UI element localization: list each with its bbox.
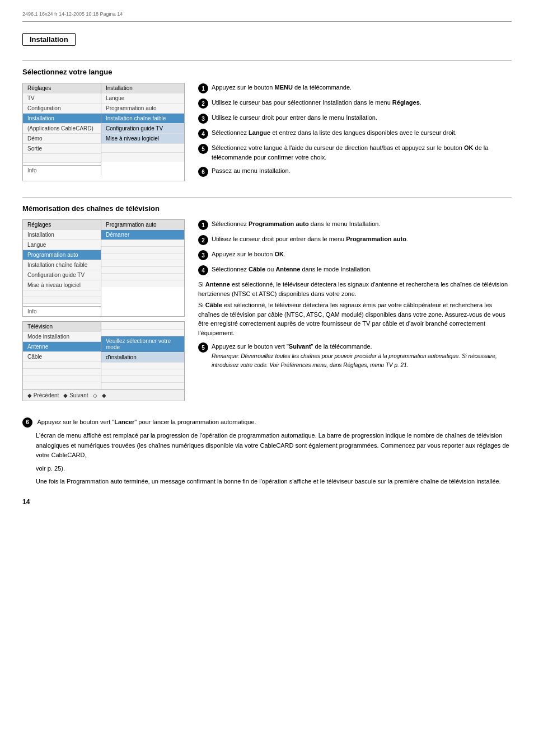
menu-spacer bbox=[23, 369, 101, 375]
menu-spacer bbox=[101, 322, 184, 330]
menu-item: Mise à niveau logiciel bbox=[23, 280, 101, 290]
menu-sub-item-highlight: Installation chaîne faible bbox=[101, 114, 184, 124]
header-line: 2496.1 16x24 fr 14-12-2005 10:18 Pagina … bbox=[22, 11, 512, 22]
step-num: 4 bbox=[198, 265, 208, 275]
step-item: 3 Appuyez sur le bouton OK. bbox=[198, 250, 512, 260]
step-text: Sélectionnez Langue et entrez dans la li… bbox=[212, 128, 512, 138]
menu-panel-1: Réglages TV Configuration Installation (… bbox=[22, 83, 185, 181]
step-item: 2 Utilisez le curseur bas pour sélection… bbox=[198, 98, 512, 109]
menu-item-antenne: Antenne bbox=[23, 342, 101, 352]
menu-sub-header: Installation bbox=[101, 83, 184, 93]
step-num: 1 bbox=[198, 220, 208, 230]
menu-item: Câble bbox=[23, 352, 101, 362]
step-num: 2 bbox=[198, 98, 208, 109]
menu-item-prog-auto: Programmation auto bbox=[23, 250, 101, 260]
step-num: 3 bbox=[198, 250, 208, 260]
menu-spacer bbox=[101, 260, 184, 267]
menu-spacer bbox=[23, 362, 101, 369]
section-title: Installation bbox=[22, 33, 76, 46]
para2: voir p. 25). bbox=[36, 464, 512, 474]
menu-item-installation: Installation bbox=[23, 114, 101, 124]
menu-spacer bbox=[23, 375, 101, 382]
menu-info: Info bbox=[23, 165, 101, 175]
menu-spacer bbox=[101, 240, 184, 247]
menu-spacer bbox=[101, 274, 184, 280]
step-text: Appuyez sur le bouton MENU de la télécom… bbox=[212, 83, 512, 92]
menu-sub-item-gray: Configuration guide TV bbox=[101, 124, 184, 134]
menu-spacer bbox=[101, 247, 184, 253]
menu-with-submenu-2b: Télévision Mode installation Antenne Câb… bbox=[23, 322, 184, 389]
step-item: 5 Sélectionnez votre langue à l'aide du … bbox=[198, 143, 512, 162]
step-text: Sélectionnez Câble ou Antenne dans le mo… bbox=[212, 265, 512, 274]
menu-item: (Applications CableCARD) bbox=[23, 124, 101, 134]
menu-sub-item-installation: d'installation bbox=[101, 353, 184, 363]
menu-left-2b: Télévision Mode installation Antenne Câb… bbox=[23, 322, 101, 389]
step-num: 5 bbox=[198, 144, 208, 154]
step-item: 1 Appuyez sur le bouton MENU de la téléc… bbox=[198, 83, 512, 93]
step-text: Utilisez le curseur droit pour entrer da… bbox=[212, 113, 512, 123]
menu-spacer bbox=[101, 280, 184, 287]
step-text: Appuyez sur le bouton OK. bbox=[212, 250, 512, 259]
menu-spacer bbox=[101, 363, 184, 369]
nav-extra: ◇ bbox=[93, 392, 97, 398]
menu-header: Télévision bbox=[23, 322, 101, 332]
menu-sub-header: Programmation auto bbox=[101, 220, 184, 230]
menu-item: Configuration guide TV bbox=[23, 270, 101, 280]
step-text: Passez au menu Installation. bbox=[212, 166, 512, 176]
step-num: 6 bbox=[198, 167, 208, 177]
menu-item: Configuration bbox=[23, 104, 101, 114]
menu-left-1: Réglages TV Configuration Installation (… bbox=[23, 83, 101, 175]
menu-item: Démo bbox=[23, 134, 101, 144]
menu-sub-item-mode: Veuillez sélectionner votre mode bbox=[101, 336, 184, 353]
menu-sub-item-demarrer: Démarrer bbox=[101, 230, 184, 240]
menu-with-submenu-1: Réglages TV Configuration Installation (… bbox=[23, 83, 184, 175]
menu-spacer bbox=[101, 376, 184, 383]
menu-spacer bbox=[23, 290, 101, 297]
para3: Une fois la Programmation auto terminée,… bbox=[36, 477, 512, 487]
subsection1-title: Sélectionnez votre langue bbox=[22, 68, 512, 76]
step-num: 3 bbox=[198, 114, 208, 124]
step-num: 4 bbox=[198, 129, 208, 139]
step-item: 3 Utilisez le curseur droit pour entrer … bbox=[198, 113, 512, 124]
menu-spacer bbox=[23, 154, 101, 163]
step-text: Utilisez le curseur droit pour entrer da… bbox=[212, 234, 512, 244]
step4-subtext: Si Antenne est sélectionné, le téléviseu… bbox=[198, 280, 512, 337]
para1: L'écran de menu affiché est remplacé par… bbox=[36, 431, 512, 461]
menu-spacer bbox=[101, 253, 184, 260]
menu-spacer bbox=[101, 267, 184, 274]
page-number: 14 bbox=[22, 498, 512, 506]
nav-suivant: ◆ Suivant bbox=[63, 392, 88, 398]
step-item: 5 Appuyez sur le bouton vert "Suivant" d… bbox=[198, 342, 512, 370]
steps-list-1: 1 Appuyez sur le bouton MENU de la téléc… bbox=[198, 83, 512, 181]
menu-panel-2a: Réglages Installation Langue Programmati… bbox=[22, 219, 185, 317]
nav-precedent: ◆ Précédent bbox=[27, 392, 59, 398]
subsection1-content: Réglages TV Configuration Installation (… bbox=[22, 83, 512, 181]
subsection2-content: Réglages Installation Langue Programmati… bbox=[22, 219, 512, 401]
bottom-text: 6 Appuyez sur le bouton vert "Lancer" po… bbox=[22, 417, 512, 487]
nav-dot: ◆ bbox=[102, 392, 106, 398]
step-item: 4 Sélectionnez Câble ou Antenne dans le … bbox=[198, 265, 512, 275]
menu-spacer bbox=[101, 153, 184, 162]
menu-right-2a: Programmation auto Démarrer bbox=[101, 220, 184, 316]
menu-spacer bbox=[101, 369, 184, 376]
step-num: 1 bbox=[198, 83, 208, 93]
step-item: 6 Passez au menu Installation. bbox=[198, 166, 512, 177]
step-text: Sélectionnez Programmation auto dans le … bbox=[212, 219, 512, 229]
step6-text: 6 Appuyez sur le bouton vert "Lancer" po… bbox=[22, 417, 512, 428]
step-num: 2 bbox=[198, 235, 208, 245]
nav-bar: ◆ Précédent ◆ Suivant ◇ ◆ bbox=[23, 389, 184, 401]
menu-sub-item-gray2: Mise à niveau logiciel bbox=[101, 134, 184, 144]
menu-spacer bbox=[101, 330, 184, 336]
menu-header-1: Réglages bbox=[23, 83, 101, 93]
menu-right-2b: Veuillez sélectionner votre mode d'insta… bbox=[101, 322, 184, 389]
step-item: 2 Utilisez le curseur droit pour entrer … bbox=[198, 234, 512, 245]
step-text: Appuyez sur le bouton vert "Suivant" de … bbox=[212, 342, 512, 370]
step-item: 1 Sélectionnez Programmation auto dans l… bbox=[198, 219, 512, 230]
menu-spacer bbox=[23, 297, 101, 304]
menu-info: Info bbox=[23, 306, 101, 316]
menu-item: TV bbox=[23, 93, 101, 104]
menu-item: Mode installation bbox=[23, 332, 101, 342]
steps-list-2: 1 Sélectionnez Programmation auto dans l… bbox=[198, 219, 512, 401]
step6-num: 6 bbox=[22, 417, 32, 428]
menu-sub-item: Langue bbox=[101, 93, 184, 104]
